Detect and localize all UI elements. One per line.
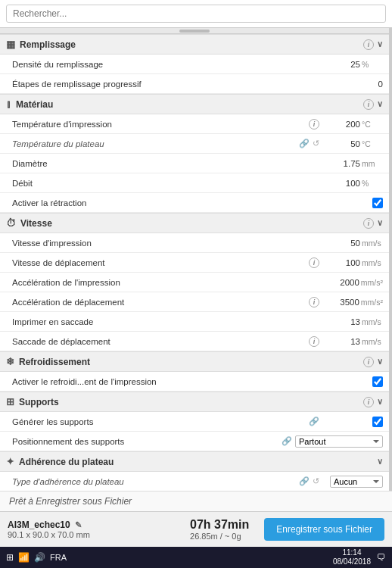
row-generer-supports: Générer les supports 🔗: [0, 412, 389, 432]
label-densite-remplissage: Densité du remplissage: [12, 60, 322, 69]
actions-temp-impression: i: [309, 119, 319, 130]
section-title-supports: Supports: [19, 397, 359, 407]
vitesse-chevron[interactable]: ∨: [377, 218, 383, 228]
checkbox-refroidissement[interactable]: [372, 376, 383, 387]
value-temp-plateau: 50: [330, 139, 360, 148]
actions-vitesse-deplacement: i: [309, 257, 319, 268]
refroidissement-info-icon[interactable]: i: [363, 357, 374, 367]
footer-size: 26.85m / ~ 0g: [190, 532, 241, 541]
section-remplissage[interactable]: ▦ Remplissage i ∨: [0, 34, 389, 55]
temp-plateau-link-icon[interactable]: 🔗: [299, 139, 310, 148]
materiau-actions: i ∨: [363, 99, 383, 110]
adherence-actions: ∨: [377, 457, 383, 467]
select-positionnement-supports[interactable]: Partout Plateau seulement: [295, 435, 383, 448]
checkbox-retraction[interactable]: [372, 198, 383, 208]
section-title-adherence: Adhérence du plateau: [19, 457, 372, 467]
vitesse-actions: i ∨: [363, 218, 383, 229]
accel-deplacement-info-icon[interactable]: i: [309, 297, 319, 307]
supports-icon: ⊞: [6, 396, 14, 407]
value-container-accel-deplacement: 3500 mm/s²: [322, 298, 383, 307]
section-title-remplissage: Remplissage: [20, 39, 359, 50]
label-diametre: Diamètre: [12, 159, 322, 168]
checkbox-generer-supports[interactable]: [372, 417, 383, 427]
temp-plateau-reset-icon[interactable]: ↺: [313, 139, 319, 148]
supports-chevron[interactable]: ∨: [377, 397, 383, 407]
value-accel-impression: 2000: [329, 278, 359, 287]
label-accel-deplacement: Accélération de déplacement: [12, 298, 309, 307]
supports-info-icon[interactable]: i: [363, 397, 374, 407]
value-container-generer-supports: [322, 417, 383, 427]
value-container-positionnement-supports: Partout Plateau seulement: [295, 435, 383, 448]
materiau-info-icon[interactable]: i: [363, 99, 374, 110]
scroll-indicator-top: [0, 28, 389, 34]
unit-debit: %: [362, 179, 383, 188]
type-adherence-reset-icon[interactable]: ↺: [313, 476, 319, 486]
label-activer-refroidissement: Activer le refroidi...ent de l'impressio…: [12, 377, 322, 386]
value-container-retraction: [322, 198, 383, 208]
section-title-materiau: Matériau: [16, 99, 359, 110]
save-button[interactable]: Enregistrer sous Fichier: [264, 518, 384, 541]
value-container-saccade-deplacement: 13 mm/s: [322, 337, 383, 346]
refroidissement-icon: ❄: [6, 356, 14, 367]
value-container-accel-impression: 2000 mm/s²: [322, 278, 383, 287]
value-container-etapes: 0: [322, 80, 383, 89]
footer-edit-icon[interactable]: ✎: [75, 520, 82, 530]
section-adherence[interactable]: ✦ Adhérence du plateau ∨: [0, 451, 389, 472]
vitesse-info-icon[interactable]: i: [363, 218, 374, 229]
remplissage-info-icon[interactable]: i: [363, 39, 374, 50]
select-type-adherence[interactable]: Aucun Brim Raft Skirt: [330, 476, 383, 488]
section-supports[interactable]: ⊞ Supports i ∨: [0, 392, 389, 412]
unit-saccade-impression: mm/s: [362, 317, 383, 326]
footer: AI3M_echec10 ✎ 90.1 x 90.0 x 70.0 mm 07h…: [0, 511, 392, 547]
label-accel-impression: Accélération de l'impression: [12, 278, 322, 287]
section-materiau[interactable]: ⫿ Matériau i ∨: [0, 94, 389, 114]
taskbar-notification-icon[interactable]: 🗨: [377, 552, 386, 563]
footer-filename-text: AI3M_echec10: [8, 520, 70, 530]
actions-accel-deplacement: i: [309, 297, 319, 307]
value-container-densite: 25 %: [322, 60, 383, 69]
footer-center: 07h 37min 26.85m / ~ 0g: [190, 518, 249, 541]
label-positionnement-supports: Positionnement des supports: [12, 437, 282, 446]
adherence-chevron[interactable]: ∨: [377, 457, 383, 467]
taskbar-network-icon: 📶: [18, 552, 30, 563]
section-title-vitesse: Vitesse: [20, 218, 359, 229]
vitesse-deplacement-info-icon[interactable]: i: [309, 257, 319, 268]
remplissage-chevron[interactable]: ∨: [377, 39, 383, 49]
section-vitesse[interactable]: ⏱ Vitesse i ∨: [0, 213, 389, 233]
temp-impression-info-icon[interactable]: i: [309, 119, 319, 130]
unit-temp-impression: °C: [362, 120, 383, 129]
materiau-icon: ⫿: [6, 98, 11, 110]
adherence-icon: ✦: [6, 456, 14, 467]
type-adherence-link-icon[interactable]: 🔗: [299, 476, 310, 486]
row-type-adherence: Type d'adhérence du plateau 🔗 ↺ Aucun Br…: [0, 472, 389, 491]
unit-diametre: mm: [362, 159, 383, 168]
taskbar-lang: FRA: [50, 553, 67, 562]
value-debit: 100: [330, 179, 360, 188]
value-container-vitesse-deplacement: 100 mm/s: [322, 258, 383, 267]
vitesse-icon: ⏱: [6, 217, 16, 229]
value-temp-impression: 200: [330, 120, 360, 129]
row-etapes-remplissage: Étapes de remplissage progressif 0: [0, 74, 389, 94]
taskbar-start-icon[interactable]: ⊞: [6, 552, 14, 563]
value-container-debit: 100 %: [322, 179, 383, 188]
taskbar-time: 11:14: [342, 548, 361, 557]
row-diametre: Diamètre 1.75 mm: [0, 154, 389, 173]
positionnement-supports-link-icon[interactable]: 🔗: [282, 436, 292, 446]
label-saccade-impression: Imprimer en saccade: [12, 317, 322, 326]
value-diametre: 1.75: [330, 159, 360, 168]
generer-supports-link-icon[interactable]: 🔗: [309, 417, 319, 426]
saccade-deplacement-info-icon[interactable]: i: [309, 336, 319, 347]
actions-temp-plateau: 🔗 ↺: [299, 139, 319, 148]
materiau-chevron[interactable]: ∨: [377, 99, 383, 109]
label-debit: Débit: [12, 179, 322, 188]
unit-densite-remplissage: %: [362, 60, 383, 69]
refroidissement-chevron[interactable]: ∨: [377, 357, 383, 367]
unit-temp-plateau: °C: [362, 139, 383, 148]
row-vitesse-deplacement: Vitesse de déplacement i 100 mm/s: [0, 253, 389, 273]
section-refroidissement[interactable]: ❄ Refroidissement i ∨: [0, 351, 389, 372]
value-accel-deplacement: 3500: [329, 298, 359, 307]
taskbar-left: ⊞ 📶 🔊 FRA: [6, 552, 327, 563]
search-input[interactable]: [6, 5, 386, 23]
label-saccade-deplacement: Saccade de déplacement: [12, 337, 309, 346]
value-vitesse-impression: 50: [330, 239, 360, 248]
